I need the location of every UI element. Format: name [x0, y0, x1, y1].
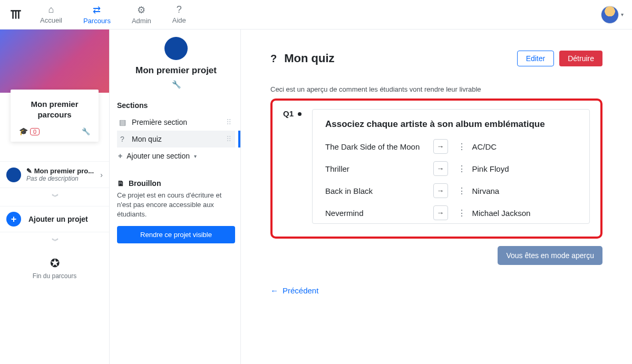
graduation-icon: 🎓 — [19, 127, 28, 135]
nav-accueil[interactable]: ⌂ Accueil — [40, 4, 62, 25]
draft-title: Brouillon — [129, 179, 161, 188]
preview-note: Ceci est un aperçu de comment les étudia… — [270, 85, 602, 93]
user-menu[interactable]: ▾ — [601, 6, 624, 24]
nav-parcours[interactable]: ⇄ Parcours — [83, 4, 111, 25]
document-icon: ▤ — [118, 118, 127, 126]
match-right: Pink Floyd — [472, 164, 577, 173]
page-header: ? Mon quiz Editer Détruire — [270, 51, 602, 66]
expand-down-icon[interactable]: ︾ — [0, 232, 109, 250]
add-section-label: Ajouter une section — [127, 152, 190, 160]
avatar — [601, 6, 619, 24]
add-project-label: Ajouter un projet — [28, 215, 88, 223]
match-right: Michael Jackson — [472, 209, 577, 218]
grip-icon[interactable]: ⋮ — [458, 164, 466, 174]
caret-down-icon: ▾ — [621, 12, 624, 17]
grip-icon[interactable]: ⋮ — [458, 186, 466, 196]
logo[interactable] — [8, 7, 23, 22]
project-item[interactable]: ✎ Mon premier pro... Pas de description … — [0, 161, 109, 188]
parcours-banner — [0, 29, 109, 93]
arrow-button[interactable]: → — [433, 183, 448, 198]
previous-link[interactable]: ← Précédent — [270, 286, 602, 295]
award-icon: ✪ — [0, 257, 109, 270]
preview-mode-badge[interactable]: Vous êtes en mode aperçu — [498, 246, 602, 265]
nav-admin[interactable]: ⚙ Admin — [132, 4, 151, 25]
parcours-title: Mon premier parcours — [17, 99, 92, 120]
match-grid: The Dark Side of the Moon → ⋮ AC/DC Thri… — [325, 139, 577, 220]
wrench-icon[interactable]: 🔧 — [172, 80, 181, 88]
dot-icon — [298, 112, 302, 116]
nav-aide[interactable]: ? Aide — [172, 4, 186, 25]
match-left: Back in Black — [325, 186, 430, 195]
nav-label: Admin — [132, 17, 151, 25]
grip-icon[interactable]: ⋮ — [458, 208, 466, 218]
match-left: Thriller — [325, 164, 430, 173]
make-visible-button[interactable]: Rendre ce projet visible — [117, 226, 235, 243]
page-title: Mon quiz — [284, 52, 334, 65]
project-name: Mon premier pro... — [34, 167, 94, 175]
draft-block: 🗎 Brouillon Ce projet est en cours d'écr… — [117, 179, 235, 243]
wrench-icon[interactable]: 🔧 — [82, 127, 90, 135]
student-count: 0 — [30, 128, 40, 135]
project-header: Mon premier projet 🔧 — [117, 37, 235, 88]
drag-handle-icon[interactable]: ⠿ — [226, 137, 232, 141]
project-desc: Pas de description — [26, 175, 95, 182]
nav-label: Accueil — [40, 16, 62, 24]
expand-down-icon[interactable]: ︾ — [0, 188, 109, 206]
sidebar-project: Mon premier projet 🔧 Sections ▤ Première… — [109, 29, 241, 364]
caret-down-icon: ▾ — [194, 153, 197, 159]
destroy-button[interactable]: Détruire — [559, 51, 602, 66]
question-icon: ? — [270, 53, 277, 65]
main-content: ? Mon quiz Editer Détruire Ceci est un a… — [241, 29, 632, 364]
edit-button[interactable]: Editer — [517, 51, 555, 66]
arrow-button[interactable]: → — [433, 161, 448, 176]
nav-label: Parcours — [83, 17, 111, 25]
highlight-box: Q1 Associez chaque artiste à son album e… — [270, 99, 602, 239]
section-item-quiz[interactable]: ? Mon quiz ⠿ — [117, 131, 235, 147]
nav-label: Aide — [172, 16, 186, 24]
previous-label: Précédent — [283, 286, 318, 295]
drag-handle-icon[interactable]: ⠿ — [226, 121, 232, 124]
edit-icon: ✎ — [26, 167, 32, 175]
add-section-button[interactable]: + Ajouter une section ▾ — [117, 147, 235, 164]
add-project-button[interactable]: + Ajouter un projet — [0, 206, 109, 232]
project-avatar-large — [164, 37, 188, 60]
students-badge[interactable]: 🎓 0 — [19, 127, 40, 135]
help-icon: ? — [177, 4, 182, 15]
fin-parcours: ✪ Fin du parcours — [0, 257, 109, 280]
home-icon: ⌂ — [48, 4, 54, 15]
grip-icon[interactable]: ⋮ — [458, 142, 466, 152]
draft-icon: 🗎 — [117, 179, 124, 188]
question-body: Associez chaque artiste à son album embl… — [312, 109, 590, 224]
match-right: AC/DC — [472, 142, 577, 151]
arrow-button[interactable]: → — [433, 205, 448, 220]
topbar: ⌂ Accueil ⇄ Parcours ⚙ Admin ? Aide ▾ — [0, 0, 632, 29]
draft-description: Ce projet est en cours d'écriture et n'e… — [117, 191, 235, 220]
arrow-left-icon: ← — [270, 286, 278, 295]
parcours-card: Mon premier parcours 🎓 0 🔧 — [11, 90, 99, 142]
chevron-right-icon: › — [100, 171, 103, 179]
gears-icon: ⚙ — [137, 4, 145, 16]
section-label: Mon quiz — [132, 135, 221, 143]
question-number: Q1 — [283, 109, 302, 224]
match-left: Nevermind — [325, 209, 430, 218]
project-avatar — [6, 168, 21, 182]
arrow-button[interactable]: → — [433, 139, 448, 154]
question-title: Associez chaque artiste à son album embl… — [325, 119, 577, 130]
project-title: Mon premier projet — [117, 65, 235, 76]
section-label: Première section — [132, 118, 221, 126]
fin-label: Fin du parcours — [0, 272, 109, 280]
plus-icon: + — [6, 212, 21, 227]
main-nav: ⌂ Accueil ⇄ Parcours ⚙ Admin ? Aide — [40, 4, 186, 25]
sidebar-parcours: Mon premier parcours 🎓 0 🔧 ✎ Mon premier… — [0, 29, 109, 364]
match-right: Nirvana — [472, 186, 577, 195]
plus-icon: + — [118, 152, 122, 160]
section-item-premiere[interactable]: ▤ Première section ⠿ — [117, 114, 235, 131]
sections-heading: Sections — [117, 101, 235, 110]
match-left: The Dark Side of the Moon — [325, 142, 430, 151]
question-icon: ? — [118, 135, 127, 143]
parcours-icon: ⇄ — [93, 4, 101, 16]
